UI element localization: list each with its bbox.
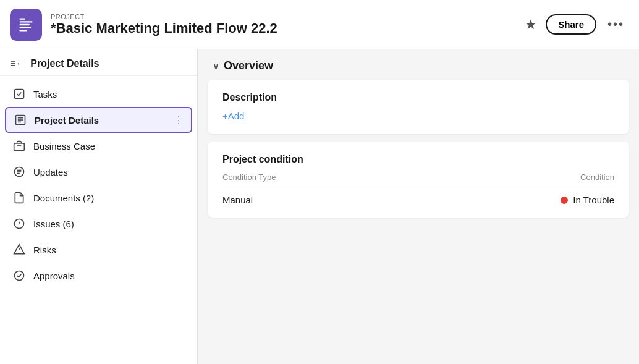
sidebar-item-business-case-label: Business Case [33, 141, 95, 151]
sidebar-item-issues-label: Issues (6) [33, 219, 74, 229]
svg-rect-10 [14, 143, 25, 151]
description-title: Description [222, 92, 614, 103]
svg-rect-3 [20, 27, 32, 28]
sidebar-header: ≡← Project Details [0, 49, 197, 76]
add-description-link[interactable]: +Add [222, 111, 244, 121]
svg-rect-2 [20, 23, 30, 25]
sidebar-nav: Tasks Project Details ⋮ [0, 76, 197, 294]
main-layout: ≡← Project Details Tasks [0, 49, 639, 364]
sidebar-item-risks-label: Risks [33, 245, 56, 255]
header-actions: ★ Share ••• [522, 14, 629, 35]
updates-icon [12, 165, 26, 179]
sidebar-item-updates-label: Updates [33, 167, 68, 177]
project-condition-title: Project condition [222, 154, 614, 165]
condition-table-header: Condition Type Condition [222, 172, 614, 187]
project-label: PROJECT [51, 13, 514, 20]
condition-value: In Trouble [573, 195, 614, 205]
business-case-icon [12, 139, 26, 153]
condition-type-value: Manual [222, 195, 253, 205]
risks-icon [12, 243, 26, 256]
approvals-icon [12, 269, 26, 282]
documents-icon [12, 191, 26, 205]
app-icon [10, 9, 42, 41]
project-title: *Basic Marketing Limited Flow 22.2 [51, 20, 514, 36]
condition-table: Condition Type Condition Manual In Troub… [222, 172, 614, 205]
project-details-icon [14, 113, 27, 127]
sidebar-back-icon[interactable]: ≡← [10, 58, 25, 69]
svg-rect-5 [15, 90, 24, 99]
overview-title: Overview [224, 59, 273, 72]
app-icon-svg [17, 16, 35, 33]
issues-icon [12, 217, 26, 231]
sidebar-item-updates[interactable]: Updates [0, 159, 197, 185]
project-condition-card: Project condition Condition Type Conditi… [208, 142, 629, 218]
app-header: PROJECT *Basic Marketing Limited Flow 22… [0, 0, 639, 49]
sidebar-item-documents[interactable]: Documents (2) [0, 185, 197, 211]
content-area: ∨ Overview Description +Add Project cond… [198, 49, 639, 364]
header-text-block: PROJECT *Basic Marketing Limited Flow 22… [51, 13, 514, 36]
sidebar-item-project-details[interactable]: Project Details ⋮ [5, 107, 192, 133]
chevron-down-icon[interactable]: ∨ [213, 61, 219, 71]
sidebar: ≡← Project Details Tasks [0, 49, 198, 364]
condition-header: Condition [580, 172, 614, 182]
share-button[interactable]: Share [546, 14, 596, 35]
tasks-icon [12, 87, 26, 101]
sidebar-item-risks[interactable]: Risks [0, 237, 197, 263]
status-dot-red [561, 197, 568, 204]
svg-point-22 [15, 271, 24, 281]
more-options-button[interactable]: ••• [603, 15, 629, 34]
svg-rect-0 [20, 18, 25, 19]
sidebar-header-label: Project Details [30, 58, 99, 69]
description-card: Description +Add [208, 80, 629, 134]
condition-row: Manual In Trouble [222, 192, 614, 205]
svg-rect-1 [20, 21, 33, 22]
condition-status: In Trouble [561, 195, 614, 205]
sidebar-item-tasks[interactable]: Tasks [0, 81, 197, 107]
sidebar-item-approvals[interactable]: Approvals [0, 263, 197, 289]
sidebar-item-tasks-label: Tasks [33, 89, 57, 99]
sidebar-item-approvals-label: Approvals [33, 271, 75, 281]
sidebar-item-project-details-label: Project Details [35, 115, 99, 125]
star-button[interactable]: ★ [522, 14, 540, 35]
svg-rect-4 [20, 30, 27, 31]
sidebar-item-documents-label: Documents (2) [33, 193, 94, 203]
overview-header: ∨ Overview [198, 49, 639, 80]
drag-handle-icon: ⋮ [174, 114, 184, 126]
condition-type-header: Condition Type [222, 172, 276, 182]
sidebar-item-business-case[interactable]: Business Case [0, 133, 197, 159]
sidebar-item-issues[interactable]: Issues (6) [0, 211, 197, 237]
